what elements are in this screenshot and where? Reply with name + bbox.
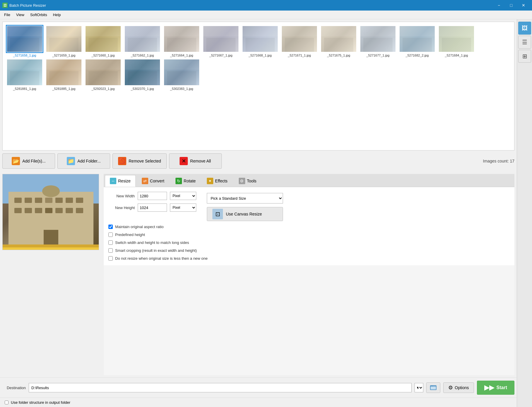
add-files-button[interactable]: 📂 Add File(s)... <box>2 153 55 169</box>
svg-rect-0 <box>7 26 42 36</box>
image-thumbnail <box>125 59 160 85</box>
svg-rect-39 <box>45 198 52 203</box>
standard-size-select[interactable]: Pick a Standard Size 640x480 800x600 102… <box>207 193 283 203</box>
canvas-resize-button[interactable]: ⊡ Use Canvas Resize <box>207 207 283 221</box>
menu-softorbits[interactable]: SoftOrbits <box>27 11 50 18</box>
gallery-item[interactable]: _5302383_1.jpg <box>163 58 201 90</box>
svg-rect-19 <box>363 38 393 52</box>
remove-selected-button[interactable]: 🚫 Remove Selected <box>112 153 167 169</box>
minimize-button[interactable]: − <box>493 0 505 11</box>
folder-structure-checkbox[interactable] <box>5 401 8 404</box>
gallery-item[interactable]: _5271677_1.jpg <box>359 25 397 57</box>
gallery-item[interactable]: _5271662_1.jpg <box>123 25 161 57</box>
menu-view[interactable]: View <box>13 11 27 18</box>
svg-rect-32 <box>164 59 199 70</box>
preview-image <box>2 174 99 250</box>
svg-rect-45 <box>35 208 42 213</box>
app-title: Batch Picture Resizer <box>9 3 46 8</box>
image-gallery[interactable]: _5271658_1.jpg _5271659_1.jpg _5271660_1… <box>2 22 514 151</box>
image-wrapper <box>438 25 475 53</box>
view-thumbnails-button[interactable]: 🖼 <box>518 22 531 35</box>
svg-rect-5 <box>88 38 118 52</box>
menu-help[interactable]: Help <box>50 11 64 18</box>
image-filename: _5271659_1.jpg <box>52 54 76 57</box>
switch-sides-checkbox[interactable] <box>108 240 113 245</box>
destination-dropdown[interactable]: ▼ <box>415 383 423 392</box>
maintain-aspect-checkbox[interactable] <box>108 225 113 229</box>
start-button[interactable]: ▶▶ Start <box>477 381 514 395</box>
tab-resize[interactable]: ↔ Resize <box>105 175 136 187</box>
gallery-item[interactable]: _5281881_1.jpg <box>6 58 44 90</box>
gallery-item[interactable]: _5271667_1.jpg <box>202 25 240 57</box>
tab-tools[interactable]: ⚙ Tools <box>234 175 262 187</box>
view-list-button[interactable]: ☰ <box>518 36 531 49</box>
height-unit-select[interactable]: Pixel Percent Centimeter Inch <box>170 203 196 212</box>
gallery-item[interactable]: _5281885_1.jpg <box>45 58 83 90</box>
image-wrapper <box>45 58 83 86</box>
tab-convert[interactable]: ⇄ Convert <box>137 175 169 187</box>
main-container: _5271658_1.jpg _5271659_1.jpg _5271660_1… <box>0 19 532 407</box>
smart-crop-checkbox[interactable] <box>108 248 113 253</box>
remove-all-button[interactable]: ✕ Remove All <box>169 153 222 169</box>
gallery-item[interactable]: _5271675_1.jpg <box>320 25 358 57</box>
predefined-height-checkbox[interactable] <box>108 232 113 237</box>
svg-rect-53 <box>3 247 99 250</box>
do-not-resize-row: Do not resize when original size is less… <box>108 256 510 261</box>
gallery-item[interactable]: _5271668_1.jpg <box>241 25 279 57</box>
svg-rect-30 <box>125 59 160 70</box>
maximize-button[interactable]: □ <box>505 0 517 11</box>
gallery-item[interactable]: _5271664_1.jpg <box>163 25 201 57</box>
svg-rect-13 <box>245 38 275 52</box>
destination-browse-button[interactable] <box>426 382 440 393</box>
svg-rect-23 <box>442 38 471 52</box>
svg-rect-4 <box>86 26 121 36</box>
destination-input[interactable] <box>29 383 412 392</box>
tab-rotate[interactable]: ↻ Rotate <box>170 175 201 187</box>
svg-rect-7 <box>128 38 157 52</box>
gallery-item[interactable]: _5271660_1.jpg <box>84 25 122 57</box>
gallery-item[interactable]: _5271658_1.jpg <box>6 25 44 57</box>
width-label: New Width <box>108 194 135 198</box>
svg-rect-16 <box>321 26 356 36</box>
width-input[interactable] <box>138 192 167 200</box>
view-grid-button[interactable]: ⊞ <box>518 50 531 63</box>
svg-point-50 <box>42 185 60 197</box>
canvas-resize-icon: ⊡ <box>212 209 223 219</box>
gallery-item[interactable]: _5271659_1.jpg <box>45 25 83 57</box>
add-folder-button[interactable]: 📁 Add Folder... <box>57 153 110 169</box>
do-not-resize-checkbox[interactable] <box>108 256 113 261</box>
svg-rect-43 <box>14 208 22 213</box>
gallery-item[interactable]: _5292023_1.jpg <box>84 58 122 90</box>
image-thumbnail <box>400 26 435 52</box>
image-filename: _5281881_1.jpg <box>13 87 36 90</box>
options-button[interactable]: ⚙ Options <box>443 382 474 393</box>
height-row: New Height Pixel Percent Centimeter Inch <box>108 203 196 212</box>
image-thumbnail <box>164 59 199 85</box>
tab-rotate-label: Rotate <box>184 179 196 183</box>
width-unit-select[interactable]: Pixel Percent Centimeter Inch <box>170 192 196 200</box>
tab-effects-label: Effects <box>215 179 228 183</box>
svg-rect-26 <box>46 59 81 70</box>
image-wrapper <box>84 25 122 53</box>
image-wrapper <box>45 25 83 53</box>
image-thumbnail <box>243 26 278 52</box>
svg-rect-49 <box>76 208 83 213</box>
image-filename: _5271671_1.jpg <box>288 54 311 57</box>
image-filename: _5271675_1.jpg <box>327 54 350 57</box>
images-count: Images count: 17 <box>483 159 514 163</box>
image-filename: _5302383_1.jpg <box>170 87 193 90</box>
gallery-item[interactable]: _5271671_1.jpg <box>280 25 318 57</box>
gallery-item[interactable]: _5302370_1.jpg <box>123 58 161 90</box>
menu-file[interactable]: File <box>1 11 13 18</box>
close-button[interactable]: ✕ <box>517 0 530 11</box>
gallery-item[interactable]: _5271684_1.jpg <box>437 25 475 57</box>
footer: Use folder structure in output folder <box>0 398 517 407</box>
gallery-item[interactable]: _5271682_2.jpg <box>398 25 436 57</box>
image-filename: _5281885_1.jpg <box>52 87 76 90</box>
toolbar: 📂 Add File(s)... 📁 Add Folder... 🚫 Remov… <box>0 151 517 172</box>
height-input[interactable] <box>138 203 167 212</box>
image-wrapper <box>84 58 122 86</box>
bottom-panel: ↔ Resize ⇄ Convert ↻ Rotate ✦ Effects <box>0 172 517 377</box>
image-thumbnail <box>86 26 121 52</box>
tab-effects[interactable]: ✦ Effects <box>202 175 233 187</box>
